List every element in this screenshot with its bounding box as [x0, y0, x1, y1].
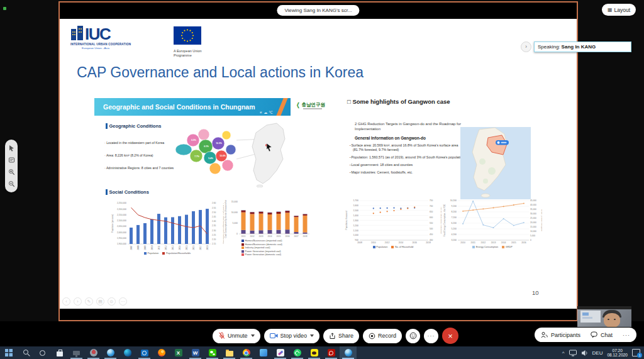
svg-text:1,600: 1,600 [353, 204, 359, 207]
stop-video-chevron-icon[interactable] [310, 334, 314, 337]
svg-text:2015: 2015 [276, 235, 280, 238]
svg-text:700: 700 [430, 205, 433, 207]
reactions-button[interactable] [406, 329, 420, 343]
share-button[interactable]: Share [323, 329, 359, 343]
next-slide-button[interactable]: › [74, 297, 82, 306]
chungnam-banner: Geographic and Social Conditions in Chun… [94, 98, 291, 116]
svg-text:1,200: 1,200 [353, 224, 359, 227]
taskbar-outlook-icon[interactable] [136, 346, 153, 359]
webex-meeting-window: Viewing Sang In KANG's scr... IUC INTERN [0, 0, 644, 359]
prev-slide-button[interactable]: ‹ [62, 297, 70, 306]
layout-button[interactable]: ▦ Layout [602, 4, 636, 16]
taskbar-edge-icon[interactable] [119, 346, 136, 359]
unmute-chevron-icon[interactable] [251, 334, 255, 337]
svg-text:7,200: 7,200 [452, 216, 457, 219]
svg-text:40,000: 40,000 [530, 204, 536, 206]
svg-text:Population, thousand: Population, thousand [345, 211, 348, 229]
taskbar-webex-teams-icon[interactable] [340, 346, 357, 359]
more-actions-button[interactable]: ··· [424, 329, 438, 343]
gangwon-bullet: Major industries: Cement, foodstuffs, et… [350, 170, 467, 175]
svg-text:10,000: 10,000 [530, 230, 536, 233]
more-panels-button[interactable]: ··· [623, 332, 630, 338]
record-button[interactable]: Record [363, 329, 402, 343]
annotate-pen-button[interactable]: ✎ [85, 297, 93, 306]
org-chevron-icon: ❮ [296, 102, 299, 108]
leave-meeting-button[interactable]: × [442, 328, 458, 344]
eu-caption: A European Union Programme [174, 49, 211, 57]
geo-bullet: Area: 8,226 km² (8.2% of Korea) [104, 153, 180, 157]
annotate-tool-icon[interactable] [8, 157, 15, 163]
zoom-out-icon[interactable] [8, 180, 15, 187]
clock[interactable]: 07:20 08.12.2020 [607, 348, 628, 358]
svg-text:2008: 2008 [137, 245, 140, 250]
taskbar-firefox-icon[interactable] [153, 346, 170, 359]
taskbar-cortana-icon[interactable] [34, 346, 51, 359]
svg-text:No. of Households, thousands: No. of Households, thousands [440, 207, 442, 234]
speaker-expand-button[interactable]: › [521, 41, 531, 52]
taskbar-paint-3d-icon[interactable] [272, 346, 289, 359]
volume-icon[interactable] [581, 350, 588, 356]
svg-text:600: 600 [430, 216, 433, 219]
taskbar-wechat-icon[interactable] [204, 346, 221, 359]
coal-consumption-chart: 05,00010,00015,0002011201220132014201520… [224, 200, 313, 268]
taskbar-utility-wheel-icon[interactable] [85, 346, 102, 359]
slide-page-number: 10 [532, 289, 539, 296]
mic-muted-icon [218, 332, 225, 340]
svg-text:10,200: 10,200 [450, 199, 457, 202]
pointer-tool-icon[interactable] [8, 145, 15, 152]
taskbar-excel-icon[interactable]: X [170, 346, 187, 359]
zoom-in-icon[interactable] [8, 168, 15, 175]
svg-text:2016: 2016 [285, 235, 289, 238]
svg-text:2.30: 2.30 [212, 229, 216, 232]
taskbar-search-icon[interactable] [17, 346, 34, 359]
taskbar-kakaotalk-icon[interactable] [306, 346, 323, 359]
more-options-button[interactable]: ··· [119, 297, 127, 306]
taskbar-microsoft-store-icon[interactable] [51, 346, 68, 359]
iuc-buildings-icon [70, 25, 84, 41]
taskbar-file-explorer-icon[interactable] [221, 346, 238, 359]
unmute-button[interactable]: Unmute [213, 329, 260, 343]
taskbar-webex-meetings-icon[interactable] [102, 346, 119, 359]
language-indicator[interactable]: DEU [592, 350, 603, 356]
taskbar-apps: XW [0, 346, 357, 359]
eu-flag [174, 26, 201, 45]
svg-text:2017: 2017 [294, 235, 298, 238]
svg-text:2014: 2014 [501, 241, 506, 244]
svg-text:2009: 2009 [144, 245, 147, 250]
svg-text:2.45: 2.45 [212, 216, 216, 218]
network-icon[interactable] [569, 350, 577, 356]
taskbar-word-icon[interactable]: W [187, 346, 204, 359]
population-households-chart: 1,900,0001,950,0002,000,0002,050,0002,10… [111, 201, 224, 260]
chat-button[interactable]: Chat [601, 332, 613, 338]
hidden-icons-chevron[interactable]: ^ [562, 350, 565, 356]
zoom-button[interactable]: ⊙ [108, 297, 116, 306]
self-video-thumbnail[interactable] [577, 306, 631, 327]
banner-accent-stripe [275, 98, 289, 116]
svg-text:3,200: 3,200 [452, 239, 457, 241]
geographic-bullets: Located in the midwestern part of Korea … [104, 141, 180, 179]
gangwon-energy-grdp-chart: 3,2004,2005,2006,2007,2008,2009,20010,20… [443, 199, 542, 253]
taskbar-capture-device-icon[interactable] [68, 346, 85, 359]
svg-text:Final Energy Consumption, kilo: Final Energy Consumption, kilo TOE [443, 204, 446, 236]
social-conditions-header: Social Conditions [106, 189, 149, 195]
svg-text:2014: 2014 [179, 245, 181, 250]
camera-icon [270, 333, 278, 339]
svg-text:1,400: 1,400 [353, 214, 359, 217]
notification-center-icon[interactable]: 1 [632, 349, 640, 356]
taskbar-acrobat-icon[interactable] [323, 346, 340, 359]
svg-text:2.55: 2.55 [212, 207, 216, 209]
taskbar-photos-icon[interactable] [255, 346, 272, 359]
call-controls-bar: Unmute Stop video Share [0, 321, 644, 346]
taskbar-start-icon[interactable] [0, 346, 17, 359]
share-icon [329, 333, 336, 340]
stop-video-button[interactable]: Stop video [264, 329, 320, 343]
svg-text:1,100: 1,100 [353, 229, 359, 232]
svg-text:2018: 2018 [303, 235, 307, 238]
taskbar-chrome-icon[interactable] [238, 346, 255, 359]
svg-text:1,300: 1,300 [353, 219, 359, 222]
thumbnails-button[interactable]: ▤ [96, 297, 104, 306]
participants-button[interactable]: Participants [551, 332, 580, 338]
taskbar-whatsapp-icon[interactable] [289, 346, 306, 359]
share-bottom-strip [60, 309, 577, 320]
chungnam-institute-logo: ❮ 충남연구원 [296, 102, 325, 108]
